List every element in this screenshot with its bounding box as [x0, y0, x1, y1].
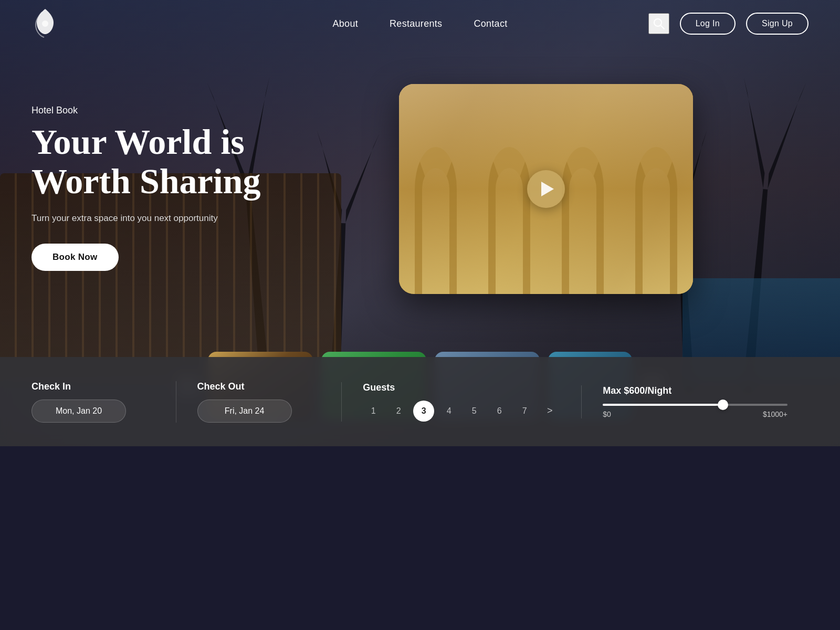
- price-slider-fill: [603, 404, 723, 406]
- checkin-input[interactable]: Mon, Jan 20: [32, 400, 126, 423]
- search-button[interactable]: [648, 13, 669, 34]
- guest-1-button[interactable]: 1: [363, 401, 384, 422]
- arch-2: [488, 147, 530, 294]
- arch-4: [635, 147, 677, 294]
- hero-content: Hotel Book Your World is Worth Sharing T…: [32, 105, 260, 271]
- arch-1: [415, 147, 457, 294]
- book-now-button[interactable]: Book Now: [32, 244, 119, 271]
- price-slider-track: [603, 404, 788, 406]
- price-min-label: $0: [603, 410, 611, 418]
- checkout-section: Check Out Fri, Jan 24: [176, 381, 342, 423]
- play-button[interactable]: [527, 170, 565, 208]
- guests-label: Guests: [363, 382, 560, 393]
- logo-icon: [32, 7, 59, 40]
- checkin-section: Check In Mon, Jan 20: [32, 381, 176, 423]
- guest-7-button[interactable]: 7: [514, 401, 535, 422]
- search-icon: [653, 18, 665, 29]
- guest-more-button[interactable]: >: [539, 401, 560, 422]
- price-label: Max $600/Night: [603, 385, 788, 396]
- signup-button[interactable]: Sign Up: [746, 13, 808, 35]
- nav-links: About Restaurents Contact: [332, 18, 507, 29]
- hero-section: About Restaurents Contact Log In Sign Up…: [0, 0, 840, 446]
- video-card: [399, 84, 693, 294]
- guests-section: Guests 1 2 3 4 5 6 7 >: [341, 382, 581, 422]
- hero-subtitle: Hotel Book: [32, 105, 260, 116]
- guest-2-button[interactable]: 2: [388, 401, 409, 422]
- nav-actions: Log In Sign Up: [648, 13, 808, 35]
- booking-bar: Check In Mon, Jan 20 Check Out Fri, Jan …: [0, 357, 840, 446]
- guest-4-button[interactable]: 4: [438, 401, 459, 422]
- guest-6-button[interactable]: 6: [489, 401, 510, 422]
- price-slider-thumb[interactable]: [718, 400, 728, 410]
- checkin-label: Check In: [32, 381, 155, 392]
- svg-point-0: [42, 20, 48, 27]
- hero-title: Your World is Worth Sharing: [32, 122, 260, 201]
- arch-3: [562, 147, 604, 294]
- nav-restaurants[interactable]: Restaurents: [390, 18, 442, 29]
- price-range-labels: $0 $1000+: [603, 410, 788, 418]
- guests-stepper: 1 2 3 4 5 6 7 >: [363, 401, 560, 422]
- price-max-label: $1000+: [763, 410, 788, 418]
- guest-3-button[interactable]: 3: [413, 401, 434, 422]
- checkout-input[interactable]: Fri, Jan 24: [197, 400, 292, 423]
- video-card-inner: [399, 84, 693, 294]
- navbar: About Restaurents Contact Log In Sign Up: [0, 0, 840, 47]
- logo[interactable]: [32, 7, 59, 40]
- svg-line-2: [660, 26, 664, 29]
- nav-about[interactable]: About: [332, 18, 358, 29]
- nav-contact[interactable]: Contact: [474, 18, 507, 29]
- guest-5-button[interactable]: 5: [464, 401, 485, 422]
- checkout-label: Check Out: [197, 381, 321, 392]
- price-section: Max $600/Night $0 $1000+: [581, 385, 808, 418]
- hero-description: Turn your extra space into you next oppo…: [32, 212, 260, 225]
- login-button[interactable]: Log In: [680, 13, 736, 35]
